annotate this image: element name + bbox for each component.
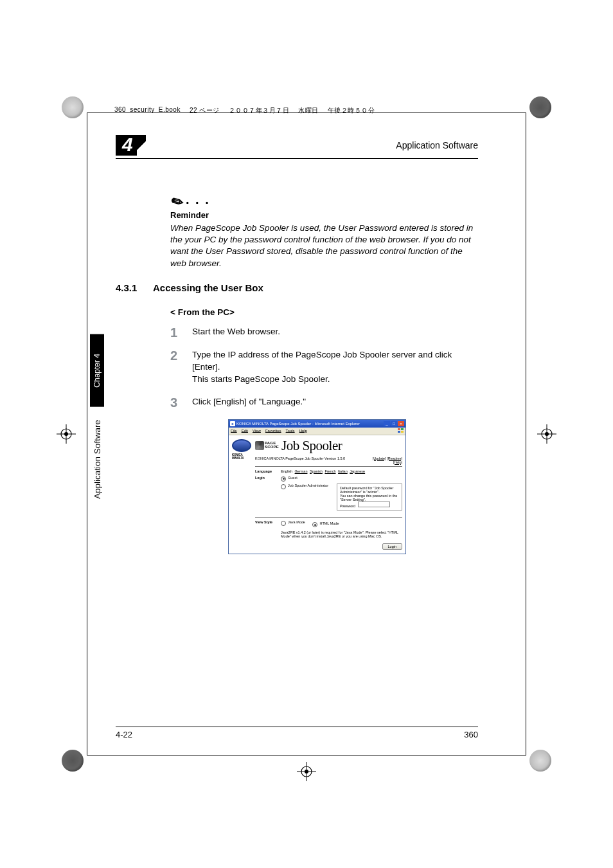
registration-mark bbox=[537, 424, 556, 444]
svg-rect-15 bbox=[401, 431, 404, 433]
link-update[interactable]: [Update] bbox=[373, 457, 386, 460]
page-header: 4 Application Software bbox=[116, 135, 478, 159]
lang-english[interactable]: English bbox=[281, 469, 292, 473]
menu-edit[interactable]: Edit bbox=[242, 429, 248, 433]
brand-text: KONICA MINOLTA bbox=[232, 453, 251, 460]
menu-file[interactable]: File bbox=[231, 429, 237, 433]
step-line: Type the IP address of the PageScope Job… bbox=[192, 350, 452, 372]
chapter-number: 4 bbox=[116, 135, 137, 156]
corner-ornament bbox=[62, 96, 84, 118]
step-line: This starts PageScope Job Spooler. bbox=[192, 374, 330, 384]
lang-italian[interactable]: Italian bbox=[338, 469, 348, 473]
step-text: Start the Web browser. bbox=[192, 326, 478, 339]
radio-admin[interactable] bbox=[281, 484, 286, 489]
lang-spanish[interactable]: Spanish bbox=[310, 469, 323, 473]
section-title: Accessing the User Box bbox=[153, 282, 263, 293]
svg-rect-12 bbox=[398, 428, 400, 430]
version-text: KONICA MINOLTA PageScope Job Spooler Ver… bbox=[255, 457, 345, 464]
lang-japanese[interactable]: Japanese bbox=[350, 469, 365, 473]
step-number: 2 bbox=[170, 349, 182, 386]
svg-point-11 bbox=[305, 770, 308, 773]
konica-minolta-logo: KONICA MINOLTA bbox=[232, 439, 251, 460]
radio-guest[interactable] bbox=[281, 476, 286, 482]
minimize-button[interactable]: _ bbox=[384, 421, 390, 426]
svg-rect-14 bbox=[398, 431, 400, 433]
label-password: Password bbox=[340, 504, 355, 508]
label-viewstyle: View Style bbox=[255, 520, 281, 539]
admin-note: Default password for "Job Spooler Admini… bbox=[340, 486, 399, 494]
product-name: Job Spooler bbox=[281, 438, 342, 454]
registration-mark bbox=[57, 424, 76, 444]
opt-java: Java Mode bbox=[288, 520, 305, 524]
login-button[interactable]: Login bbox=[382, 543, 402, 550]
step-text: Click [English] of "Language." bbox=[192, 396, 478, 409]
opt-html: HTML Mode bbox=[319, 521, 339, 525]
header-title: Application Software bbox=[396, 140, 478, 150]
reminder-heading: Reminder bbox=[170, 210, 478, 220]
corner-ornament bbox=[62, 750, 84, 772]
corner-ornament bbox=[529, 750, 551, 772]
menu-tools[interactable]: Tools bbox=[286, 429, 295, 433]
svg-point-7 bbox=[545, 432, 549, 436]
step-number: 1 bbox=[170, 326, 182, 339]
viewstyle-note: Java2RE v1.4.2 (or later) is required fo… bbox=[281, 530, 402, 538]
svg-rect-13 bbox=[401, 428, 404, 430]
reminder-body: When PageScope Job Spooler is used, the … bbox=[170, 222, 478, 269]
footer-page: 4-22 bbox=[116, 730, 132, 739]
logo-line: SCOPE bbox=[265, 445, 279, 449]
embedded-screenshot: e KONICA MINOLTA PageScope Job Spooler -… bbox=[228, 419, 406, 555]
registration-mark bbox=[297, 762, 316, 781]
reminder-icon: ✎. . . bbox=[170, 191, 478, 208]
corner-ornament bbox=[529, 96, 551, 118]
opt-admin: Job Spooler Administrator bbox=[288, 484, 328, 487]
sidebar-chapter-tab: Chapter 4 bbox=[90, 334, 104, 407]
menu-view[interactable]: View bbox=[253, 429, 261, 433]
opt-guest: Guest bbox=[288, 476, 298, 480]
radio-java[interactable] bbox=[281, 521, 286, 526]
password-input[interactable] bbox=[358, 502, 390, 507]
close-button[interactable]: × bbox=[398, 421, 404, 426]
lang-french[interactable]: French bbox=[324, 469, 335, 473]
ie-icon: e bbox=[230, 421, 235, 426]
admin-info-box: Default password for "Job Spooler Admini… bbox=[337, 484, 402, 511]
label-language: Language bbox=[255, 469, 281, 473]
menu-favorites[interactable]: Favorites bbox=[265, 429, 281, 433]
admin-note: You can change this password in the "Ser… bbox=[340, 494, 399, 502]
window-title: KONICA MINOLTA PageScope Job Spooler - M… bbox=[236, 422, 360, 426]
menu-bar: File Edit View Favorites Tools Help bbox=[229, 428, 405, 435]
step-text: Type the IP address of the PageScope Job… bbox=[192, 349, 478, 386]
pagescope-logo: PAGESCOPE bbox=[255, 441, 279, 450]
section-number: 4.3.1 bbox=[116, 282, 147, 293]
sidebar-section-label: Application Software bbox=[93, 420, 102, 499]
sub-heading: < From the PC> bbox=[170, 307, 478, 317]
radio-html[interactable] bbox=[312, 522, 317, 527]
lang-german[interactable]: German bbox=[295, 469, 308, 473]
maximize-button[interactable]: □ bbox=[391, 421, 397, 426]
svg-point-3 bbox=[64, 432, 68, 436]
link-help[interactable]: [Help] bbox=[393, 460, 402, 464]
step-number: 3 bbox=[170, 396, 182, 409]
label-login: Login bbox=[255, 476, 281, 512]
window-titlebar: e KONICA MINOLTA PageScope Job Spooler -… bbox=[229, 420, 405, 428]
menu-help[interactable]: Help bbox=[299, 429, 307, 433]
windows-flag-icon bbox=[398, 428, 404, 433]
footer-model: 360 bbox=[464, 730, 478, 739]
